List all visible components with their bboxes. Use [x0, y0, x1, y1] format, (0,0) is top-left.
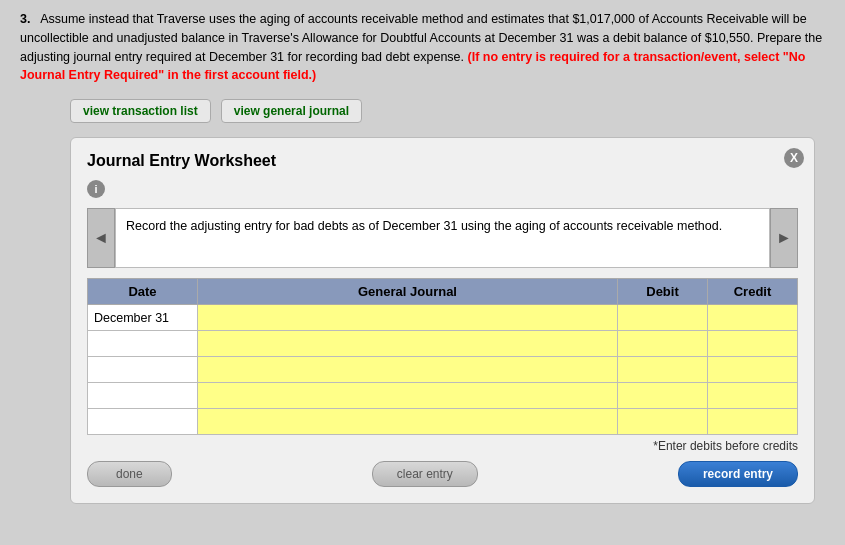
done-button[interactable]: done	[87, 461, 172, 487]
credit-cell-1[interactable]	[708, 305, 798, 331]
journal-table: Date General Journal Debit Credit Decemb…	[87, 278, 798, 435]
journal-cell-3[interactable]	[198, 357, 618, 383]
date-cell-1: December 31	[88, 305, 198, 331]
view-journal-button[interactable]: view general journal	[221, 99, 362, 123]
journal-cell-2[interactable]	[198, 331, 618, 357]
debit-cell-1[interactable]	[618, 305, 708, 331]
col-header-date: Date	[88, 279, 198, 305]
debit-cell-2[interactable]	[618, 331, 708, 357]
credit-cell-2[interactable]	[708, 331, 798, 357]
credit-cell-4[interactable]	[708, 383, 798, 409]
table-row	[88, 383, 798, 409]
close-button[interactable]: X	[784, 148, 804, 168]
view-transaction-button[interactable]: view transaction list	[70, 99, 211, 123]
debit-cell-3[interactable]	[618, 357, 708, 383]
col-header-credit: Credit	[708, 279, 798, 305]
table-row: December 31	[88, 305, 798, 331]
table-row	[88, 357, 798, 383]
debit-cell-4[interactable]	[618, 383, 708, 409]
right-arrow-button[interactable]: ►	[770, 208, 798, 268]
credit-cell-5[interactable]	[708, 409, 798, 435]
hint-text: *Enter debits before credits	[87, 439, 798, 453]
record-entry-button[interactable]: record entry	[678, 461, 798, 487]
credit-cell-3[interactable]	[708, 357, 798, 383]
debit-cell-5[interactable]	[618, 409, 708, 435]
worksheet-title: Journal Entry Worksheet	[87, 152, 798, 170]
clear-entry-button[interactable]: clear entry	[372, 461, 478, 487]
table-row	[88, 409, 798, 435]
bottom-buttons: done clear entry record entry	[87, 461, 798, 487]
date-cell-5	[88, 409, 198, 435]
info-icon: i	[87, 180, 105, 198]
col-header-journal: General Journal	[198, 279, 618, 305]
nav-area: ◄ Record the adjusting entry for bad deb…	[87, 208, 798, 268]
journal-cell-1[interactable]	[198, 305, 618, 331]
date-cell-4	[88, 383, 198, 409]
journal-cell-4[interactable]	[198, 383, 618, 409]
date-cell-2	[88, 331, 198, 357]
date-cell-3	[88, 357, 198, 383]
col-header-debit: Debit	[618, 279, 708, 305]
instruction-text: Record the adjusting entry for bad debts…	[115, 208, 770, 268]
table-row	[88, 331, 798, 357]
left-arrow-button[interactable]: ◄	[87, 208, 115, 268]
problem-number: 3.	[20, 12, 30, 26]
worksheet-container: Journal Entry Worksheet X i ◄ Record the…	[70, 137, 815, 504]
journal-cell-5[interactable]	[198, 409, 618, 435]
